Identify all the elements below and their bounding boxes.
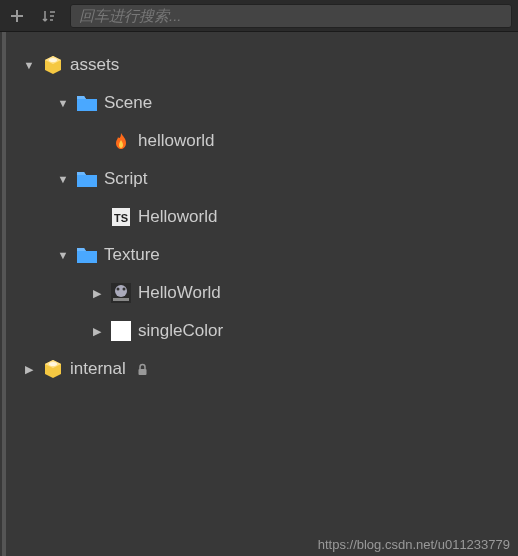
node-label: assets (70, 55, 119, 75)
toolbar (0, 0, 518, 32)
tree-node-scene-folder[interactable]: ▼ Scene (6, 84, 518, 122)
tree-node-assets[interactable]: ▼ assets (6, 46, 518, 84)
folder-icon (76, 92, 98, 114)
tree-node-script-helloworld[interactable]: ▶ TS Helloworld (6, 198, 518, 236)
chevron-down-icon[interactable]: ▼ (56, 96, 70, 110)
svg-point-5 (117, 288, 120, 291)
tree-node-internal[interactable]: ▶ internal (6, 350, 518, 388)
watermark-text: https://blog.csdn.net/u011233779 (318, 537, 510, 552)
tree-node-texture-folder[interactable]: ▼ Texture (6, 236, 518, 274)
svg-rect-10 (138, 369, 146, 375)
package-icon (42, 54, 64, 76)
chevron-right-icon[interactable]: ▶ (22, 362, 36, 376)
folder-icon (76, 168, 98, 190)
node-label: singleColor (138, 321, 223, 341)
typescript-icon: TS (110, 206, 132, 228)
node-label: HelloWorld (138, 283, 221, 303)
node-label: Helloworld (138, 207, 217, 227)
chevron-right-icon[interactable]: ▶ (90, 324, 104, 338)
node-label: Script (104, 169, 147, 189)
chevron-down-icon[interactable]: ▼ (56, 248, 70, 262)
image-thumbnail-icon (110, 320, 132, 342)
svg-text:TS: TS (114, 212, 128, 224)
tree-node-texture-helloworld[interactable]: ▶ HelloWorld (6, 274, 518, 312)
chevron-down-icon[interactable]: ▼ (22, 58, 36, 72)
fire-icon (110, 130, 132, 152)
tree-node-texture-singlecolor[interactable]: ▶ singleColor (6, 312, 518, 350)
tree-node-script-folder[interactable]: ▼ Script (6, 160, 518, 198)
sort-button[interactable] (38, 5, 60, 27)
image-thumbnail-icon (110, 282, 132, 304)
svg-point-4 (115, 285, 127, 297)
lock-icon (136, 363, 149, 376)
search-input[interactable] (70, 4, 512, 28)
chevron-right-icon[interactable]: ▶ (90, 286, 104, 300)
svg-rect-7 (113, 298, 129, 301)
chevron-down-icon[interactable]: ▼ (56, 172, 70, 186)
tree-node-scene-helloworld[interactable]: ▶ helloworld (6, 122, 518, 160)
node-label: Texture (104, 245, 160, 265)
package-icon (42, 358, 64, 380)
svg-point-6 (123, 288, 126, 291)
asset-tree: ▼ assets ▼ Scene ▶ helloworld ▼ Script ▶… (2, 32, 518, 556)
svg-point-0 (49, 58, 57, 62)
svg-point-9 (49, 362, 57, 366)
node-label: helloworld (138, 131, 215, 151)
folder-icon (76, 244, 98, 266)
node-label: Scene (104, 93, 152, 113)
svg-rect-8 (111, 321, 131, 341)
add-button[interactable] (6, 5, 28, 27)
node-label: internal (70, 359, 126, 379)
